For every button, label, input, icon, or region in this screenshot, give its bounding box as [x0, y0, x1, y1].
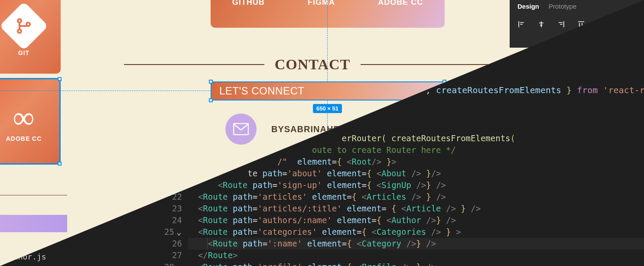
code-import-fragment: , createRoutesFromElements } from 'react… — [426, 85, 644, 95]
mail-icon — [225, 114, 257, 145]
tab-prototype[interactable]: Prototype — [549, 3, 576, 10]
rule-line — [124, 64, 264, 65]
tool-card-adobe-cc-label: ADOBE CC — [6, 135, 42, 142]
align-right-icon[interactable] — [557, 20, 565, 28]
selection-handle[interactable] — [58, 162, 62, 165]
divider — [0, 195, 67, 195]
tab-design[interactable]: Design — [517, 3, 539, 10]
tool-card-git-label: GIT — [18, 49, 29, 56]
tool-card-adobe-cc-selected[interactable]: ∞ ADOBE CC — [0, 78, 61, 165]
adobe-cc-icon: ∞ — [13, 101, 35, 135]
git-icon — [0, 1, 49, 50]
contact-section-header: CONTACT — [124, 56, 501, 73]
align-left-icon[interactable] — [517, 20, 525, 28]
hero-item: FIGMA — [308, 0, 335, 7]
selection-handle[interactable] — [58, 77, 62, 81]
selection-dimensions-badge: 650 × 51 — [313, 104, 342, 113]
tool-card-git[interactable]: AVASCRIPT GIT — [0, 0, 61, 74]
section-title: CONTACT — [275, 56, 351, 73]
svg-point-0 — [18, 19, 21, 23]
hero-item: GITHUB — [232, 0, 265, 7]
rule-line — [361, 64, 501, 65]
selection-handle[interactable] — [209, 98, 213, 102]
align-center-h-icon[interactable] — [537, 20, 545, 28]
hero-tools-card[interactable]: GITHUB FIGMA ADOBE CC — [211, 0, 445, 28]
lets-connect-label: LET'S CONNECT — [219, 85, 304, 97]
purple-accent-bar[interactable] — [0, 215, 67, 232]
fold-chevron-icon[interactable]: ⌄ — [176, 261, 182, 266]
selection-handle[interactable] — [209, 80, 213, 84]
hero-item: ADOBE CC — [378, 0, 423, 7]
svg-point-1 — [18, 29, 21, 33]
fold-chevron-icon[interactable]: ⌄ — [176, 226, 182, 238]
